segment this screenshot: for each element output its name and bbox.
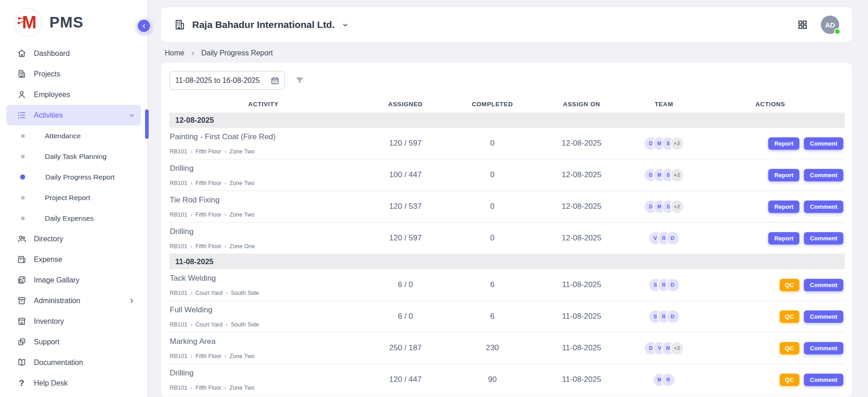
activity-cell: Tack WeldingRB101›Court Yard›South Side	[169, 269, 357, 300]
path-crumb: Zone One	[230, 243, 255, 250]
sidebar-item-label: Daily Progress Report	[45, 173, 115, 181]
chevron-down-icon	[341, 21, 349, 29]
activity-location-path: RB101›Fifth Floor›Zone One	[170, 243, 357, 250]
completed-value: 0	[453, 223, 531, 254]
sidebar-item-attendance[interactable]: Attendance	[6, 125, 141, 146]
company-selector[interactable]: Raja Bahadur International Ltd.	[174, 19, 349, 31]
chevron-left-icon	[140, 22, 148, 30]
sidebar-item-employees[interactable]: Employees	[6, 84, 141, 105]
completed-value: 0	[453, 159, 531, 190]
sidebar-item-label: Image Gallary	[34, 276, 80, 284]
assign-on-date: 12-08-2025	[531, 128, 632, 159]
book-icon	[16, 358, 27, 368]
table-header-row: ACTIVITYASSIGNEDCOMPLETEDASSIGN ONTEAMAC…	[169, 95, 845, 113]
assign-on-date: 11-08-2025	[531, 301, 632, 332]
date-group-header: 12-08-2025	[169, 113, 845, 128]
date-range-input[interactable]: 11-08-2025 to 16-08-2025	[169, 71, 285, 90]
comment-button[interactable]: Comment	[804, 232, 843, 245]
comment-button[interactable]: Comment	[804, 137, 843, 150]
assign-on-date: 12-08-2025	[531, 223, 632, 254]
table-body: 12-08-2025Painting - First Coat (Fire Re…	[169, 113, 845, 396]
qc-button[interactable]: QC	[780, 374, 800, 386]
calendar-icon[interactable]	[270, 76, 280, 85]
app-name: PMS	[49, 14, 84, 31]
topbar-right: AD	[797, 16, 839, 34]
path-crumb: RB101	[170, 180, 187, 186]
sidebar-item-help-desk[interactable]: ?Help Desk	[6, 373, 141, 393]
row-actions: ReportComment	[696, 128, 845, 159]
breadcrumb-current-page: Daily Progress Report	[201, 49, 273, 57]
path-crumb: Zone Two	[230, 385, 255, 391]
sidebar-item-dashboard[interactable]: Dashboard	[6, 43, 141, 64]
bullet-icon	[20, 174, 25, 179]
table-row: DrillingRB101›Fifth Floor›Zone One120 / …	[169, 223, 845, 254]
sidebar-item-label: Expense	[34, 256, 62, 264]
sidebar-nav: DashboardProjectsEmployeesActivitiesAtte…	[0, 42, 147, 393]
people-icon	[16, 234, 27, 244]
table-row: Tack WeldingRB101›Court Yard›South Side6…	[169, 269, 845, 301]
top-header-bar: Raja Bahadur International Ltd. AD	[161, 7, 852, 42]
apps-grid-button[interactable]	[797, 19, 808, 30]
breadcrumb-home-link[interactable]: Home	[165, 49, 184, 57]
chevron-right-icon: ›	[226, 322, 228, 327]
report-button[interactable]: Report	[768, 169, 799, 181]
sidebar-item-directory[interactable]: Directory	[6, 228, 141, 249]
assign-on-date: 12-08-2025	[531, 159, 632, 190]
sidebar-item-documentation[interactable]: Documentation	[6, 352, 141, 373]
sidebar-item-administration[interactable]: Administration	[6, 290, 141, 311]
completed-value: 230	[453, 332, 531, 364]
table-row: DrillingRB101›Fifth Floor›Zone Two100 / …	[169, 159, 845, 191]
team-member-badge: D	[667, 279, 679, 291]
user-avatar[interactable]: AD	[821, 16, 839, 34]
path-crumb: Zone Two	[230, 212, 255, 218]
activity-cell: Full WeldingRB101›Court Yard›South Side	[169, 301, 357, 332]
team-extra-badge[interactable]: +2	[671, 201, 683, 213]
chevron-right-icon: ›	[190, 290, 192, 296]
comment-button[interactable]: Comment	[804, 310, 843, 323]
sidebar-item-daily-expenses[interactable]: Daily Expenses	[6, 208, 141, 228]
sidebar-item-label: Documentation	[34, 359, 83, 367]
path-crumb: Zone Two	[230, 180, 255, 186]
sidebar-item-projects[interactable]: Projects	[6, 64, 141, 84]
sidebar-item-activities[interactable]: Activities	[6, 105, 141, 125]
team-member-badge: D	[667, 232, 679, 245]
sidebar-collapse-button[interactable]	[137, 19, 151, 33]
sidebar-item-expense[interactable]: Expense	[6, 249, 141, 270]
activity-cell: DrillingRB101›Fifth Floor›Zone One	[169, 223, 357, 254]
row-actions: QCComment	[696, 269, 845, 300]
assigned-value: 120 / 537	[357, 191, 453, 222]
team-extra-badge[interactable]: +2	[671, 137, 683, 150]
sidebar-item-project-report[interactable]: Project Report	[6, 187, 141, 208]
comment-button[interactable]: Comment	[804, 169, 843, 181]
activity-title: Marking Area	[170, 337, 357, 346]
qc-button[interactable]: QC	[780, 342, 800, 354]
breadcrumb: Home Daily Progress Report	[161, 42, 852, 63]
filter-funnel-button[interactable]	[295, 76, 305, 86]
completed-value: 0	[453, 128, 531, 159]
sidebar-item-label: Inventory	[34, 317, 64, 326]
comment-button[interactable]: Comment	[804, 201, 843, 213]
sidebar-item-image-gallary[interactable]: Image Gallary	[6, 270, 141, 290]
activity-location-path: RB101›Fifth Floor›Zone Two	[170, 212, 357, 218]
logo-m-icon: M	[14, 8, 42, 37]
report-button[interactable]: Report	[768, 201, 799, 213]
assign-on-date: 12-08-2025	[531, 191, 632, 222]
team-member-badge: R	[662, 374, 674, 386]
sidebar-item-support[interactable]: Support	[6, 332, 141, 352]
sidebar-item-daily-task-planning[interactable]: Daily Task Planning	[6, 146, 141, 167]
comment-button[interactable]: Comment	[804, 279, 843, 291]
column-header-assigned: ASSIGNED	[357, 101, 453, 108]
report-button[interactable]: Report	[768, 137, 799, 150]
report-button[interactable]: Report	[768, 232, 799, 245]
qc-button[interactable]: QC	[780, 310, 800, 323]
team-extra-badge[interactable]: +2	[671, 342, 683, 354]
sidebar-item-label: Support	[34, 338, 59, 346]
qc-button[interactable]: QC	[780, 279, 800, 291]
chevron-right-icon: ›	[190, 322, 192, 327]
comment-button[interactable]: Comment	[804, 374, 843, 386]
sidebar-item-inventory[interactable]: Inventory	[6, 311, 141, 332]
comment-button[interactable]: Comment	[804, 342, 843, 354]
sidebar-item-daily-progress-report[interactable]: Daily Progress Report	[6, 167, 141, 187]
team-extra-badge[interactable]: +2	[671, 169, 683, 181]
gallery-icon	[16, 275, 27, 285]
